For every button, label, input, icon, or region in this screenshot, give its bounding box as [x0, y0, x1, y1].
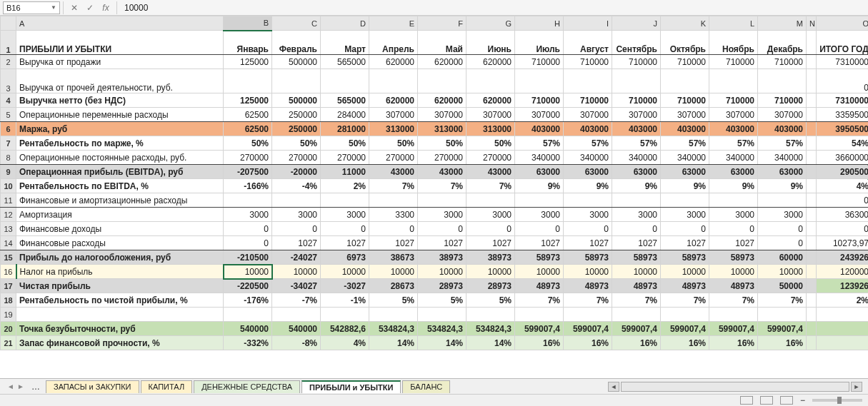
cell-O5[interactable]: 3359500 — [817, 108, 869, 122]
cell-C17[interactable]: -34027 — [272, 279, 321, 293]
cell-F19[interactable] — [418, 308, 467, 322]
cell-I15[interactable]: 58973 — [564, 250, 612, 265]
row-header-18[interactable]: 18 — [1, 293, 16, 308]
cell-B13[interactable]: 0 — [224, 222, 272, 236]
cell-F12[interactable]: 3000 — [418, 208, 467, 222]
cancel-icon[interactable]: ✕ — [66, 3, 82, 13]
cell-O14[interactable]: 10273,97 — [817, 236, 869, 250]
row-header-9[interactable]: 9 — [1, 165, 16, 179]
cell-J21[interactable]: 16% — [612, 336, 661, 350]
spreadsheet-grid[interactable]: ABCDEFGHIJKLMNOP 1ПРИБЫЛИ И УБЫТКИЯнварь… — [0, 16, 868, 350]
cell-N5[interactable] — [807, 108, 817, 122]
scroll-left-icon[interactable]: ◄ — [608, 382, 619, 392]
sheet-tab[interactable]: ДЕНЕЖНЫЕ СРЕДСТВА — [194, 380, 300, 393]
cell-C21[interactable]: -8% — [272, 336, 321, 350]
cell-E7[interactable]: 50% — [369, 136, 418, 151]
cell-C14[interactable]: 1027 — [272, 236, 321, 250]
cell-G11[interactable] — [467, 193, 515, 208]
cell-C13[interactable]: 0 — [272, 222, 321, 236]
cell-E1[interactable]: Апрель — [369, 31, 418, 55]
cell-L9[interactable]: 63000 — [709, 165, 758, 179]
formula-input[interactable]: 10000 — [120, 3, 868, 13]
cell-B2[interactable]: 125000 — [224, 55, 272, 69]
cell-D10[interactable]: 2% — [321, 179, 369, 193]
cell-K20[interactable]: 599007,4 — [661, 322, 709, 336]
cell-J2[interactable]: 710000 — [612, 55, 661, 69]
row-header-5[interactable]: 5 — [1, 108, 16, 122]
cell-F18[interactable]: 5% — [418, 293, 467, 308]
column-header-C[interactable]: C — [272, 16, 321, 31]
cell-K7[interactable]: 57% — [661, 136, 709, 151]
cell-D6[interactable]: 281000 — [321, 122, 369, 136]
cell-D8[interactable]: 270000 — [321, 151, 369, 165]
cell-M20[interactable]: 599007,4 — [758, 322, 807, 336]
row-header-19[interactable]: 19 — [1, 308, 16, 322]
cell-H9[interactable]: 63000 — [515, 165, 564, 179]
cell-E16[interactable]: 10000 — [369, 265, 418, 279]
cell-K14[interactable]: 1027 — [661, 236, 709, 250]
cell-O4[interactable]: 7310000 — [817, 93, 869, 108]
cell-H20[interactable]: 599007,4 — [515, 322, 564, 336]
cell-J8[interactable]: 340000 — [612, 151, 661, 165]
cell-A18[interactable]: Рентабельность по чистой прибыли, % — [16, 293, 224, 308]
cell-C20[interactable]: 540000 — [272, 322, 321, 336]
cell-H16[interactable]: 10000 — [515, 265, 564, 279]
sheet-tab[interactable]: ЗАПАСЫ и ЗАКУПКИ — [46, 380, 139, 393]
cell-C16[interactable]: 10000 — [272, 265, 321, 279]
tab-nav-next-icon[interactable]: ► — [16, 382, 26, 390]
cell-L1[interactable]: Ноябрь — [709, 31, 758, 55]
cell-J7[interactable]: 57% — [612, 136, 661, 151]
cell-E21[interactable]: 14% — [369, 336, 418, 350]
cell-F9[interactable]: 43000 — [418, 165, 467, 179]
cell-N3[interactable] — [807, 69, 817, 93]
cell-A12[interactable]: Амортизация — [16, 208, 224, 222]
cell-B14[interactable]: 0 — [224, 236, 272, 250]
cell-K13[interactable]: 0 — [661, 222, 709, 236]
cell-M21[interactable]: 16% — [758, 336, 807, 350]
cell-I8[interactable]: 340000 — [564, 151, 612, 165]
cell-I20[interactable]: 599007,4 — [564, 322, 612, 336]
cell-B10[interactable]: -166% — [224, 179, 272, 193]
row-header-4[interactable]: 4 — [1, 93, 16, 108]
cell-N16[interactable] — [807, 265, 817, 279]
cell-I9[interactable]: 63000 — [564, 165, 612, 179]
scroll-right-icon[interactable]: ► — [851, 382, 862, 392]
cell-L19[interactable] — [709, 308, 758, 322]
cell-G21[interactable]: 14% — [467, 336, 515, 350]
cell-I13[interactable]: 0 — [564, 222, 612, 236]
row-header-16[interactable]: 16 — [1, 265, 16, 279]
cell-O11[interactable]: 0 — [817, 193, 869, 208]
cell-N19[interactable] — [807, 308, 817, 322]
cell-I18[interactable]: 7% — [564, 293, 612, 308]
tab-nav-prev-icon[interactable]: ◄ — [6, 382, 16, 390]
column-header-I[interactable]: I — [564, 16, 612, 31]
cell-D13[interactable]: 0 — [321, 222, 369, 236]
cell-J13[interactable]: 0 — [612, 222, 661, 236]
cell-L10[interactable]: 9% — [709, 179, 758, 193]
cell-K6[interactable]: 403000 — [661, 122, 709, 136]
cell-B17[interactable]: -220500 — [224, 279, 272, 293]
cell-H1[interactable]: Июль — [515, 31, 564, 55]
cell-A15[interactable]: Прибыль до налогообложения, руб — [16, 250, 224, 265]
cell-F14[interactable]: 1027 — [418, 236, 467, 250]
cell-E14[interactable]: 1027 — [369, 236, 418, 250]
cell-O12[interactable]: 36300 — [817, 208, 869, 222]
cell-C7[interactable]: 50% — [272, 136, 321, 151]
cell-N17[interactable] — [807, 279, 817, 293]
cell-F16[interactable]: 10000 — [418, 265, 467, 279]
cell-A7[interactable]: Рентабельность по марже, % — [16, 136, 224, 151]
cell-I2[interactable]: 710000 — [564, 55, 612, 69]
cell-H3[interactable] — [515, 69, 564, 93]
cell-B9[interactable]: -207500 — [224, 165, 272, 179]
row-header-7[interactable]: 7 — [1, 136, 16, 151]
column-header-N[interactable]: N — [807, 16, 817, 31]
cell-A11[interactable]: Финансовые и амортизационные расходы — [16, 193, 224, 208]
cell-F13[interactable]: 0 — [418, 222, 467, 236]
cell-D5[interactable]: 284000 — [321, 108, 369, 122]
cell-F1[interactable]: Май — [418, 31, 467, 55]
cell-J10[interactable]: 9% — [612, 179, 661, 193]
cell-C5[interactable]: 250000 — [272, 108, 321, 122]
cell-C3[interactable] — [272, 69, 321, 93]
zoom-minus-icon[interactable]: − — [800, 395, 805, 405]
cell-M17[interactable]: 50000 — [758, 279, 807, 293]
